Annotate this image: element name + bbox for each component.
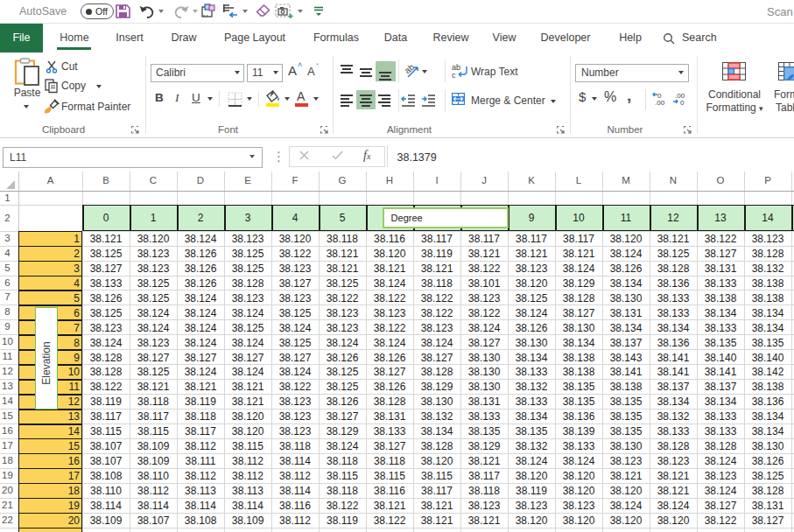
svg-text:ab: ab [404,63,417,75]
svg-text:0: 0 [680,99,685,107]
svg-text:.00: .00 [655,99,665,107]
svg-text:c: c [452,71,456,79]
